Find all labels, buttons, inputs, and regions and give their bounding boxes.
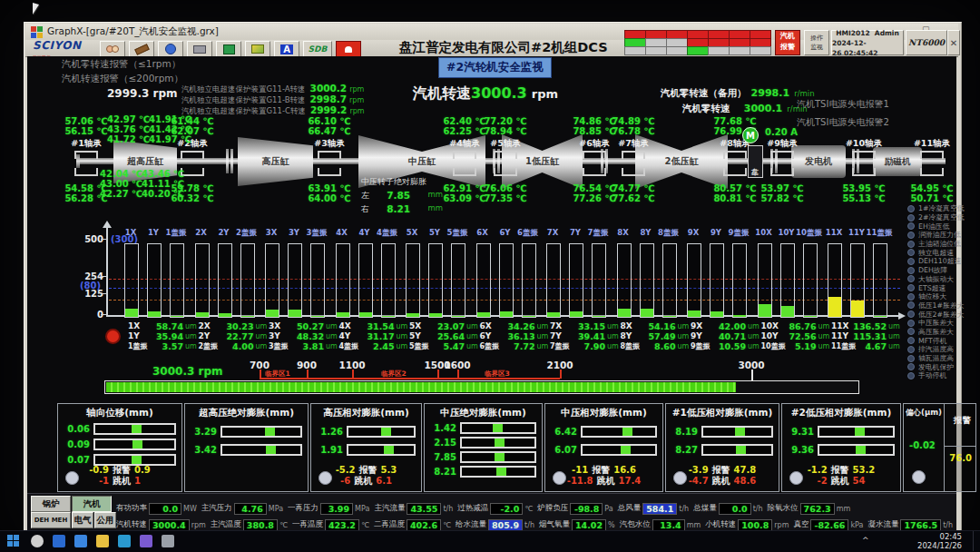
alarm-low: -1.2 xyxy=(808,465,828,475)
alarm-low: -0.9 xyxy=(89,465,109,475)
search-icon[interactable] xyxy=(31,535,44,547)
gauge-row: 9.31 xyxy=(787,426,895,438)
gauge-track xyxy=(220,444,302,456)
gauge-row: 9.36 xyxy=(787,444,895,456)
gauge-marker xyxy=(493,424,503,432)
param-value: 13.4 xyxy=(652,519,685,531)
param-item: 烟气氧量14.02% xyxy=(539,519,615,531)
param-row-2: 汽机转速3000.4rpm主汽温度380.8℃一再温度423.2℃二再温度402… xyxy=(116,513,957,531)
param-unit: t/h xyxy=(943,521,953,529)
panel-title: 中压相对膨胀(mm) xyxy=(545,404,662,419)
app-icon-1[interactable] xyxy=(53,535,65,547)
taskbar-time: 02:45 xyxy=(940,532,963,541)
gauge-value: 9.31 xyxy=(787,427,814,437)
gauge-value: 2.15 xyxy=(429,438,456,448)
app-icon-4[interactable] xyxy=(140,535,152,547)
param-unit: mm xyxy=(687,521,701,529)
param-unit: rpm xyxy=(191,521,206,529)
param-item: 汽机转速3000.4rpm xyxy=(116,519,206,531)
gauge-value: 3.29 xyxy=(190,427,217,437)
alarm-word: 报警 xyxy=(113,465,131,475)
alarm-high: 47.8 xyxy=(734,465,757,475)
trip-word: 跳机 xyxy=(597,476,615,486)
param-label: 一再温度 xyxy=(292,519,323,530)
panel-title: 中压绝对膨胀(mm) xyxy=(425,404,542,419)
gauge-row: 2.15 xyxy=(429,437,536,448)
gauge-marker xyxy=(735,428,745,436)
nav-button-2[interactable]: 汽机 xyxy=(72,496,112,512)
param-value: 423.2 xyxy=(325,519,359,531)
taskbar-clock[interactable]: 02:45 2024/12/26 xyxy=(898,532,962,550)
param-label: 凝水流量 xyxy=(867,519,898,530)
param-value: 805.9 xyxy=(488,519,523,531)
trip-low: -11.8 xyxy=(567,476,593,486)
eccentric-divider xyxy=(944,404,945,491)
gauge-track xyxy=(818,426,895,438)
expansion-panel: 轴向位移(mm)0.060.090.07-0.9报警0.9-1跳机1 xyxy=(57,403,182,492)
nav-button-3[interactable]: DEH MEH xyxy=(31,512,71,528)
gauge-row: 3.42 xyxy=(190,444,302,456)
taskbar-date: 2024/12/26 xyxy=(917,541,962,550)
param-value: -82.66 xyxy=(810,519,848,531)
panel-status-lamp xyxy=(553,471,566,485)
param-unit: ℃ xyxy=(443,521,451,529)
gauge-marker xyxy=(266,446,276,454)
alarm-low: -5.2 xyxy=(336,465,356,475)
nav-button-1[interactable]: 锅炉 xyxy=(31,496,71,512)
gauge-track xyxy=(460,422,536,434)
eccentric-hline xyxy=(945,446,975,447)
eccentric-value: -0.02 xyxy=(909,440,936,450)
expansion-panel: 超高压绝对膨胀(mm)3.293.42 xyxy=(184,403,309,492)
trip-word: 跳机 xyxy=(831,476,849,486)
gauge-value: 1.91 xyxy=(316,445,343,455)
param-value: 100.8 xyxy=(738,519,772,531)
alarm-high: 5.3 xyxy=(381,465,397,475)
gauge-value: 8.27 xyxy=(671,445,698,455)
gauge-row: 0.09 xyxy=(63,439,176,450)
taskbar-icons xyxy=(31,533,174,547)
gauge-track xyxy=(460,451,536,463)
panel-status-lamp xyxy=(318,471,332,485)
trip-word: 跳机 xyxy=(113,476,131,486)
tray-chevron-icon[interactable]: ^ xyxy=(862,536,869,545)
panel-status-lamp xyxy=(912,470,926,484)
trip-high: 48.6 xyxy=(734,476,757,486)
gauge-track xyxy=(581,444,657,456)
param-unit: MPa xyxy=(355,505,369,513)
param-label: 烟气氧量 xyxy=(539,519,570,530)
panel-status-lamp xyxy=(673,471,687,485)
gauge-marker xyxy=(265,428,275,436)
gauge-track xyxy=(460,437,536,448)
nav-button-5[interactable]: 公用 xyxy=(94,512,116,528)
param-item: 真空-82.66kPa xyxy=(793,519,863,531)
app-icon-2[interactable] xyxy=(74,535,87,547)
param-label: 汽包水位 xyxy=(620,519,651,530)
gauge-row: 8.19 xyxy=(671,426,773,438)
expansion-panel: 高压相对膨胀(mm)1.261.91-5.2报警5.3-6跳机6.1 xyxy=(310,403,422,492)
param-item: 二再温度402.6℃ xyxy=(374,519,451,531)
gauge-marker xyxy=(496,468,506,476)
panel-title: 超高压绝对膨胀(mm) xyxy=(185,404,308,419)
gauge-marker xyxy=(855,428,865,436)
file-explorer-icon[interactable] xyxy=(96,535,109,547)
param-label: 主汽温度 xyxy=(211,519,241,530)
start-button[interactable] xyxy=(7,535,19,547)
gauge-value: 0.06 xyxy=(63,424,90,434)
gauge-marker xyxy=(132,456,142,464)
nav-button-4[interactable]: 电气 xyxy=(72,512,93,528)
app-icon-3[interactable] xyxy=(118,535,131,547)
trip-word: 跳机 xyxy=(712,476,730,486)
app-icon-5[interactable] xyxy=(162,535,174,547)
gauge-row: 8.21 xyxy=(429,466,536,478)
alarm-word: 报警 xyxy=(712,465,730,475)
param-row-1: 有功功率0.0MW主汽压力4.76MPa一再压力3.99MPa主汽流量43.55… xyxy=(116,497,855,515)
trip-low: -6 xyxy=(340,476,350,486)
alarm-word: 报警 xyxy=(359,465,377,475)
param-unit: t/h xyxy=(753,505,763,513)
param-label: 二再温度 xyxy=(374,519,405,530)
show-desktop-button[interactable] xyxy=(973,531,977,551)
trip-high: 1 xyxy=(134,476,141,486)
param-value: 14.02 xyxy=(572,519,606,531)
gauge-marker xyxy=(132,425,142,433)
gauge-value: 1.42 xyxy=(429,423,456,433)
